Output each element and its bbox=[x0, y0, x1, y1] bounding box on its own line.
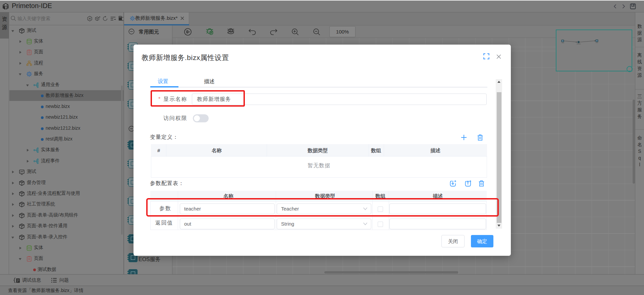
svg-text:AI: AI bbox=[89, 17, 91, 20]
